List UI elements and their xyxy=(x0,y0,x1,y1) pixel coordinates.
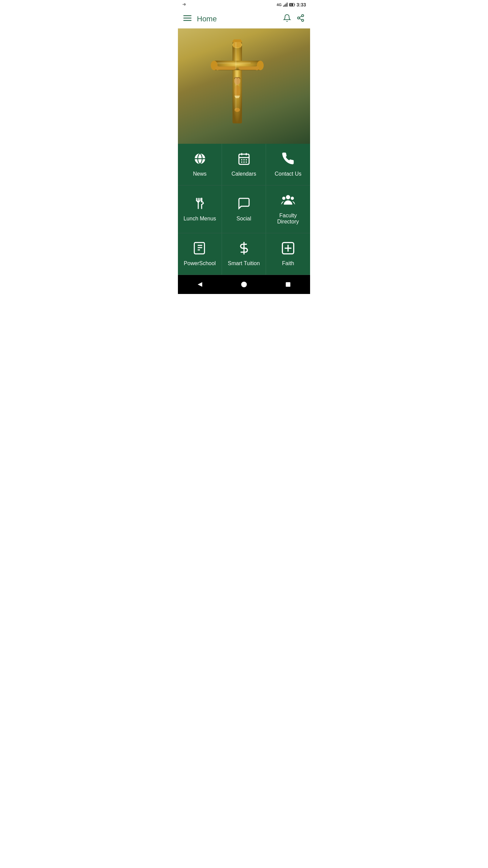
network-icon: 4G xyxy=(277,3,282,7)
battery-icon xyxy=(289,2,295,7)
svg-point-15 xyxy=(302,15,304,17)
svg-point-17 xyxy=(302,19,304,21)
news-button[interactable]: News xyxy=(178,144,222,185)
header-right xyxy=(283,14,305,24)
app-header: Home xyxy=(178,9,310,28)
recent-button[interactable] xyxy=(280,276,296,293)
svg-rect-44 xyxy=(243,159,244,160)
svg-rect-47 xyxy=(243,161,244,162)
svg-rect-67 xyxy=(286,282,290,287)
svg-line-19 xyxy=(300,16,302,17)
page-title: Home xyxy=(197,15,217,23)
svg-point-32 xyxy=(255,66,259,70)
svg-point-57 xyxy=(291,197,294,200)
dollar-icon xyxy=(237,241,251,257)
svg-rect-5 xyxy=(287,3,287,7)
chat-icon xyxy=(237,197,251,212)
smart-tuition-button[interactable]: Smart Tuition xyxy=(222,233,266,275)
smart-tuition-label: Smart Tuition xyxy=(228,260,260,267)
contact-us-label: Contact Us xyxy=(274,171,301,177)
fork-icon xyxy=(193,197,207,212)
back-button[interactable] xyxy=(192,276,208,293)
svg-point-66 xyxy=(241,282,247,288)
svg-rect-23 xyxy=(233,42,241,47)
svg-rect-46 xyxy=(241,161,242,162)
svg-rect-12 xyxy=(183,15,191,16)
crucifix-image xyxy=(207,39,281,134)
social-label: Social xyxy=(237,216,251,222)
grid-row-1: News Calendars xyxy=(178,144,310,185)
svg-rect-13 xyxy=(183,18,191,19)
svg-marker-24 xyxy=(232,39,242,42)
faculty-directory-button[interactable]: Faculty Directory xyxy=(266,185,310,233)
social-button[interactable]: Social xyxy=(222,185,266,233)
bell-button[interactable] xyxy=(283,14,291,24)
calendars-button[interactable]: Calendars xyxy=(222,144,266,185)
svg-line-18 xyxy=(300,18,302,20)
svg-point-28 xyxy=(234,77,240,85)
menu-button[interactable] xyxy=(183,14,191,24)
home-button[interactable] xyxy=(236,276,252,293)
bottom-navigation xyxy=(178,275,310,294)
status-left xyxy=(182,2,187,8)
svg-point-27 xyxy=(234,85,240,97)
book-icon xyxy=(193,241,207,257)
calendar-icon xyxy=(237,152,251,167)
news-label: News xyxy=(193,171,206,177)
cross-icon xyxy=(281,241,295,257)
grid-row-2: Lunch Menus Social Faculty xyxy=(178,185,310,233)
svg-point-16 xyxy=(298,17,300,19)
globe-icon xyxy=(193,152,207,167)
lunch-menus-label: Lunch Menus xyxy=(183,216,216,222)
powerschool-label: PowerSchool xyxy=(184,260,216,267)
svg-point-56 xyxy=(282,197,285,200)
svg-rect-2 xyxy=(283,5,284,7)
svg-point-31 xyxy=(215,66,220,70)
hero-image xyxy=(178,28,310,144)
share-button[interactable] xyxy=(297,14,305,24)
faith-label: Faith xyxy=(282,260,294,267)
svg-rect-14 xyxy=(183,20,191,21)
signal-icon xyxy=(283,2,288,7)
lunch-menus-button[interactable]: Lunch Menus xyxy=(178,185,222,233)
svg-rect-43 xyxy=(241,159,242,160)
contact-us-button[interactable]: Contact Us xyxy=(266,144,310,185)
menu-grid: News Calendars xyxy=(178,144,310,275)
svg-rect-39 xyxy=(239,154,249,164)
svg-rect-8 xyxy=(294,4,295,6)
svg-rect-4 xyxy=(286,4,286,7)
svg-point-55 xyxy=(286,195,290,199)
status-right: 4G 3:33 xyxy=(277,2,306,7)
svg-rect-34 xyxy=(235,42,237,110)
group-icon xyxy=(281,194,296,209)
time-display: 3:33 xyxy=(297,2,306,7)
status-bar: 4G 3:33 xyxy=(178,0,310,9)
grid-row-3: PowerSchool Smart Tuition Faith xyxy=(178,233,310,275)
calendars-label: Calendars xyxy=(231,171,256,177)
svg-rect-35 xyxy=(217,62,251,64)
svg-rect-3 xyxy=(284,4,285,6)
svg-marker-65 xyxy=(198,282,202,287)
faith-button[interactable]: Faith xyxy=(266,233,310,275)
svg-rect-45 xyxy=(246,159,247,160)
powerschool-button[interactable]: PowerSchool xyxy=(178,233,222,275)
svg-rect-48 xyxy=(246,161,247,162)
phone-icon xyxy=(281,152,295,167)
svg-point-0 xyxy=(184,4,185,5)
faculty-directory-label: Faculty Directory xyxy=(270,213,306,225)
header-left: Home xyxy=(183,14,217,24)
